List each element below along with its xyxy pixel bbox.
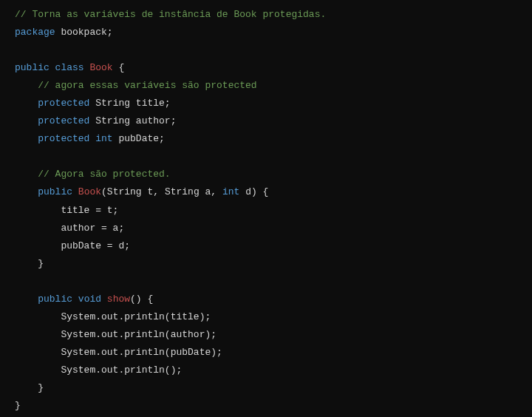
code-line: package bookpack; bbox=[15, 24, 532, 41]
field-decl: pubDate; bbox=[113, 133, 165, 144]
brace: } bbox=[15, 258, 44, 269]
brace: { bbox=[113, 62, 125, 73]
code-line: public class Book { bbox=[15, 59, 532, 77]
code-line: } bbox=[15, 397, 532, 415]
code-line: // Torna as variáveis de instância de Bo… bbox=[15, 6, 532, 24]
code-line: System.out.println(pubDate); bbox=[15, 344, 532, 362]
code-line: public Book(String t, String a, int d) { bbox=[15, 183, 532, 201]
code-line: protected String author; bbox=[15, 112, 532, 130]
param: String t bbox=[107, 186, 153, 197]
paren-brace: () { bbox=[130, 294, 153, 305]
brace: } bbox=[15, 382, 44, 393]
param: d bbox=[239, 186, 251, 197]
comment: // Torna as variáveis de instância de Bo… bbox=[15, 9, 326, 20]
statement: System.out.println(pubDate); bbox=[15, 347, 222, 358]
keyword-package: package bbox=[15, 27, 55, 38]
code-line: } bbox=[15, 379, 532, 397]
code-line: title = t; bbox=[15, 202, 532, 220]
statement: author = a; bbox=[15, 223, 124, 234]
comment: // agora essas variáveis são protected bbox=[15, 80, 257, 91]
comma: , bbox=[211, 186, 222, 197]
paren-brace: ) { bbox=[251, 186, 268, 197]
statement: System.out.println(); bbox=[15, 365, 182, 376]
statement: title = t; bbox=[15, 205, 118, 216]
class-name: Book bbox=[89, 62, 112, 73]
code-editor: // Torna as variáveis de instância de Bo… bbox=[15, 6, 532, 415]
keyword-class: class bbox=[50, 62, 90, 73]
keyword-protected: protected bbox=[15, 115, 89, 126]
keyword-protected: protected bbox=[15, 98, 89, 109]
code-line: public void show() { bbox=[15, 291, 532, 308]
keyword-void: void bbox=[78, 294, 107, 305]
keyword-public: public bbox=[15, 294, 78, 305]
code-line: author = a; bbox=[15, 220, 532, 237]
keyword-public: public bbox=[15, 186, 78, 197]
code-line: pubDate = d; bbox=[15, 237, 532, 255]
field-decl: String author; bbox=[89, 115, 176, 126]
comma: , bbox=[153, 186, 165, 197]
code-line: System.out.println(); bbox=[15, 362, 532, 379]
keyword-public: public bbox=[15, 62, 50, 73]
code-line: protected int pubDate; bbox=[15, 130, 532, 148]
constructor-name: Book bbox=[78, 186, 101, 197]
comment: // Agora são protected. bbox=[15, 169, 171, 180]
paren: ( bbox=[101, 186, 107, 197]
keyword-protected: protected bbox=[15, 133, 95, 144]
statement: System.out.println(author); bbox=[15, 329, 216, 340]
field-decl: String title; bbox=[89, 98, 170, 109]
statement: pubDate = d; bbox=[15, 240, 130, 251]
type-int: int bbox=[222, 186, 239, 197]
package-name: bookpack; bbox=[55, 27, 113, 38]
statement: System.out.println(title); bbox=[15, 311, 211, 322]
code-line: System.out.println(author); bbox=[15, 326, 532, 344]
method-name: show bbox=[107, 294, 130, 305]
type-int: int bbox=[95, 133, 112, 144]
code-line: System.out.println(title); bbox=[15, 308, 532, 326]
brace: } bbox=[15, 400, 21, 411]
code-blank-line bbox=[15, 273, 532, 291]
code-line: protected String title; bbox=[15, 95, 532, 112]
code-blank-line bbox=[15, 148, 532, 166]
code-blank-line bbox=[15, 41, 532, 59]
param: String a bbox=[165, 186, 211, 197]
code-line: } bbox=[15, 255, 532, 273]
code-line: // Agora são protected. bbox=[15, 166, 532, 183]
code-line: // agora essas variáveis são protected bbox=[15, 77, 532, 95]
